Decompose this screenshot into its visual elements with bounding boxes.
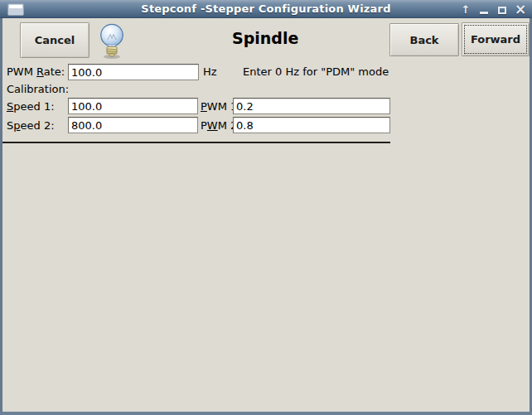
pwm-rate-input[interactable] bbox=[68, 64, 199, 80]
pdm-hint-label: Enter 0 Hz for "PDM" mode bbox=[243, 65, 389, 79]
maximize-icon bbox=[498, 7, 506, 14]
page-title: Spindle bbox=[232, 29, 298, 47]
maximize-button[interactable] bbox=[496, 1, 508, 17]
hz-unit-label: Hz bbox=[203, 65, 217, 79]
titlebar[interactable]: Stepconf -Stepper Configuration Wizard ↑… bbox=[0, 0, 532, 18]
pwm1-label-mnemonic: P bbox=[201, 100, 207, 113]
separator-line bbox=[2, 142, 390, 143]
pwm2-label-mnemonic: W bbox=[207, 119, 218, 132]
calibration-label: Calibration: bbox=[7, 83, 69, 96]
speed1-label-post: peed 1: bbox=[13, 100, 54, 113]
pwm-rate-label-pre: PWM bbox=[7, 65, 36, 78]
pwm2-input[interactable] bbox=[233, 117, 390, 133]
window-border-left bbox=[0, 18, 2, 415]
back-button[interactable]: Back bbox=[389, 23, 459, 56]
pwm-rate-label-mnemonic: R bbox=[36, 65, 44, 78]
pwm-rate-label: PWM Rate: bbox=[7, 65, 65, 79]
lightbulb-icon bbox=[93, 22, 131, 60]
pwm1-input[interactable] bbox=[233, 98, 390, 114]
window-title: Stepconf -Stepper Configuration Wizard bbox=[0, 0, 532, 18]
pwm2-label-pre: P bbox=[201, 119, 207, 132]
speed2-label: Speed 2: bbox=[7, 119, 55, 133]
speed1-input[interactable] bbox=[68, 98, 198, 114]
window-border-bottom[interactable] bbox=[0, 412, 532, 415]
speed2-label-post: eed 2: bbox=[21, 119, 55, 132]
close-button[interactable]: × bbox=[515, 1, 526, 17]
cancel-button[interactable]: Cancel bbox=[20, 22, 89, 58]
shade-icon: ↑ bbox=[462, 4, 471, 15]
stepconf-window: Stepconf -Stepper Configuration Wizard ↑… bbox=[0, 0, 532, 415]
shade-button[interactable]: ↑ bbox=[460, 1, 472, 17]
minimize-button[interactable] bbox=[478, 1, 490, 17]
speed2-label-mnemonic: p bbox=[13, 119, 20, 132]
speed2-input[interactable] bbox=[68, 117, 198, 133]
pwm-rate-label-post: ate: bbox=[44, 65, 65, 78]
minimize-icon bbox=[480, 12, 488, 14]
close-icon: × bbox=[515, 2, 526, 17]
window-controls: ↑ × bbox=[460, 0, 526, 18]
speed1-label: Speed 1: bbox=[7, 100, 55, 113]
forward-button[interactable]: Forward bbox=[462, 22, 530, 56]
